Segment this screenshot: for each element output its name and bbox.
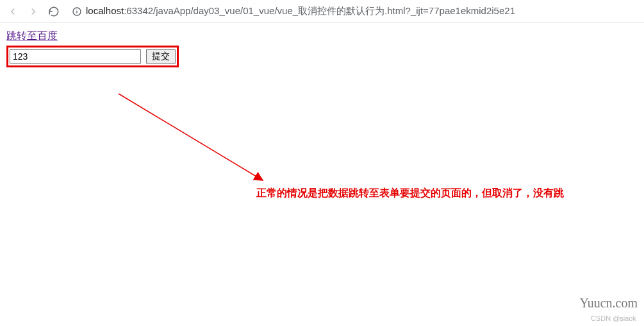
- info-icon: [72, 6, 82, 17]
- page-content: 跳转至百度 提交 正常的情况是把数据跳转至表单要提交的页面的，但取消了，没有跳: [0, 23, 644, 74]
- forward-button[interactable]: [26, 4, 41, 19]
- url-path: :63342/javaApp/day03_vue/01_vue/vue_取消控件…: [124, 5, 515, 16]
- address-bar[interactable]: localhost:63342/javaApp/day03_vue/01_vue…: [67, 3, 639, 20]
- form-highlight-box: 提交: [6, 46, 179, 67]
- annotation-arrow: [115, 90, 282, 193]
- baidu-link[interactable]: 跳转至百度: [6, 30, 58, 43]
- back-button[interactable]: [5, 4, 21, 19]
- svg-line-3: [119, 94, 263, 180]
- svg-point-2: [76, 9, 77, 10]
- browser-toolbar: localhost:63342/javaApp/day03_vue/01_vue…: [0, 0, 644, 23]
- url-host: localhost: [86, 5, 124, 16]
- annotation-text: 正常的情况是把数据跳转至表单要提交的页面的，但取消了，没有跳: [256, 187, 564, 200]
- text-input[interactable]: [10, 49, 141, 64]
- watermark-site: Yuucn.com: [579, 296, 638, 311]
- watermark-credit: CSDN @siaok: [591, 314, 636, 322]
- url-text: localhost:63342/javaApp/day03_vue/01_vue…: [86, 5, 515, 17]
- reload-button[interactable]: [46, 4, 62, 19]
- submit-button[interactable]: 提交: [146, 49, 176, 64]
